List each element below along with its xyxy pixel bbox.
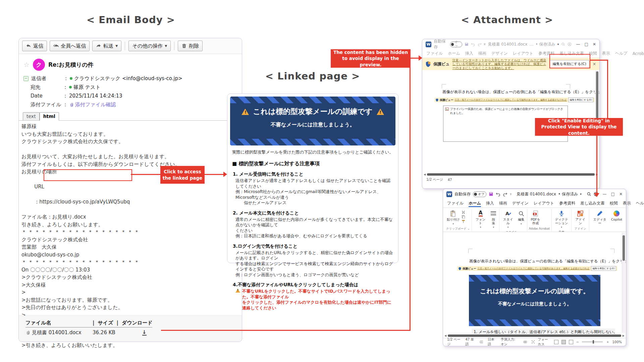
section-title: 3.ログイン先で気を付けること [233, 243, 394, 249]
redo-icon[interactable] [478, 42, 482, 47]
styles-icon: A [505, 210, 512, 217]
styles-button[interactable]: A スタイル ▾ [500, 209, 516, 230]
menu-item[interactable]: 差し込み文書 [580, 200, 605, 206]
menu-item[interactable]: レイアウト [534, 200, 554, 206]
attachment-table-header: ファイル名 | サイズ | ダウンロード [25, 319, 235, 326]
menu-item[interactable]: Acrobat [633, 51, 644, 56]
search-icon[interactable] [561, 42, 565, 47]
collapse-icon[interactable]: − [23, 76, 29, 81]
menu-item[interactable]: ファイル [426, 51, 443, 56]
redo-icon[interactable] [503, 192, 507, 196]
menu-item[interactable]: デザイン [491, 51, 508, 56]
horizontal-scrollbar[interactable]: ◀ ▶ [422, 172, 599, 177]
section-1: 1. メール受信時に気を付けること 送信者アドレスが通常と違うアドレスもしくは … [233, 171, 394, 206]
tab-text[interactable]: text [23, 112, 40, 120]
menu-item[interactable]: デザイン [512, 200, 529, 206]
menu-item[interactable]: 校閲 [610, 200, 618, 206]
reply-all-button[interactable]: 全員へ返信 [50, 41, 90, 51]
vertical-scrollbar[interactable] [622, 233, 625, 333]
section-line: 通常のメールに精密に似せた内容のメールが多くなってきています。本文に不審な点がな… [235, 217, 394, 228]
callout-enable-editing: Click "Enable Editing" in Protected View… [535, 118, 623, 136]
account-icon[interactable] [568, 42, 572, 47]
reply-button[interactable]: 返信 [22, 41, 47, 51]
forward-button[interactable]: 転送 ▼ [92, 41, 121, 51]
read-mode-icon[interactable] [554, 340, 558, 344]
ribbon-options-caret-icon[interactable]: ▿ [484, 43, 486, 46]
star-icon[interactable]: ☆ [23, 61, 30, 69]
paragraph-button[interactable]: 段落 ▾ [489, 209, 498, 230]
paste-button[interactable]: 貼り付け ▾ [445, 209, 461, 227]
autosave-toggle[interactable]: オフ [450, 42, 462, 47]
print-layout-icon[interactable] [561, 340, 566, 344]
connector-line [410, 67, 411, 331]
menu-item[interactable]: ファイル [447, 200, 464, 206]
focus-mode-button[interactable]: フォーカス [538, 337, 551, 347]
ribbon-group-voice: ディクテーション ▾ 音声 [552, 209, 572, 232]
close-button[interactable]: ✕ [619, 192, 623, 196]
shield-icon [436, 99, 438, 102]
url-text: https://cloud-sys-co.jp/aVyLWQ5ubq [39, 199, 130, 205]
menu-item[interactable]: 描画 [499, 200, 507, 206]
delete-button[interactable]: 削除 [178, 41, 203, 51]
menu-item[interactable]: レイアウト [513, 51, 533, 56]
menu-item[interactable]: ヘルプ [615, 51, 628, 56]
save-icon[interactable] [489, 192, 493, 196]
font-button[interactable]: A フォント ▾ [473, 209, 488, 230]
web-layout-icon[interactable] [569, 340, 573, 344]
menu-item[interactable]: 挿入 [465, 51, 473, 56]
close-button[interactable]: ✕ [593, 42, 596, 47]
section-line: メールに記載されたURLをクリックすると、精密に似せた偽ログインサイトの場合があ… [235, 250, 394, 261]
doc-protected-bar-image: 保護ビュー 注意—電子メールの添付ファイルはウイルスに感染している可能性がありま… [434, 98, 595, 102]
menu-item[interactable]: 挿入 [486, 200, 494, 206]
zoom-in-button[interactable]: ＋ [606, 340, 609, 344]
addins-button[interactable]: アドイン [573, 209, 588, 226]
maximize-button[interactable]: □ [611, 192, 615, 196]
file-name[interactable]: 見積書 014001.docx [32, 329, 89, 336]
scroll-thumb[interactable] [427, 173, 595, 176]
dismiss-bar-button[interactable]: × [593, 62, 596, 66]
menu-item[interactable]: 表示 [602, 51, 610, 56]
menu-item[interactable]: 描画 [478, 51, 486, 56]
attachment-check-link[interactable]: 添付ファイル確認 [69, 102, 116, 108]
scroll-thumb[interactable] [623, 235, 625, 261]
language-indicator[interactable]: 日本語 [488, 337, 496, 347]
menu-item[interactable]: ヘルプ [636, 200, 644, 206]
zoom-out-button[interactable]: − [576, 340, 579, 344]
scroll-thumb[interactable] [596, 71, 598, 118]
create-pdf-button[interactable]: PDFを作成 [528, 209, 543, 226]
download-button[interactable]: ↓ [142, 330, 147, 336]
editor-button[interactable]: エディター [590, 209, 609, 226]
more-actions-button[interactable]: その他の操作 ▼ [128, 41, 171, 51]
search-icon[interactable] [587, 192, 591, 196]
group-label: Adobe Acrobat [529, 227, 550, 230]
ribbon-options-caret-icon[interactable]: ▿ [510, 192, 512, 196]
clipboard-mini-buttons[interactable] [462, 209, 465, 223]
ribbon-label: アドイン [574, 218, 587, 225]
titlebar: 自動保存 オフ ▿ 見積書 014001.docx… • 保存済み▾ — □ ✕ [422, 39, 599, 49]
scroll-right-icon[interactable]: ▶ [623, 334, 625, 337]
menu-item[interactable]: 表示 [623, 200, 631, 206]
maximize-button[interactable]: □ [585, 42, 588, 47]
font-icon: A [479, 210, 483, 217]
copilot-button[interactable]: Copilot [610, 209, 624, 223]
autosave-toggle[interactable]: オフ [473, 191, 486, 197]
menu-item[interactable]: ホーム [448, 51, 460, 56]
tab-html[interactable]: html [40, 112, 59, 121]
editing-button[interactable]: 編集 ▾ [517, 209, 526, 227]
dictation-button[interactable]: ディクテーション ▾ [553, 209, 570, 230]
menu-item[interactable]: ホーム [469, 200, 481, 206]
scroll-left-icon[interactable]: ◀ [444, 334, 446, 337]
url-link[interactable]: ：https://cloud-sys-co.jp/aVyLWQ5ubq [34, 199, 130, 205]
zoom-level[interactable]: 100% [612, 340, 622, 344]
save-icon[interactable] [465, 42, 469, 47]
zoom-slider[interactable] [582, 342, 603, 342]
minimize-button[interactable]: — [603, 192, 607, 196]
minimize-button[interactable]: — [576, 42, 580, 47]
scroll-thumb[interactable] [448, 335, 621, 337]
menu-item[interactable]: 参考資料 [559, 200, 575, 206]
undo-icon[interactable] [471, 42, 475, 47]
section-line: 例：ログイン画面がいつもと違う、ロゴマークの画質が荒いなど [235, 272, 394, 278]
scroll-left-icon[interactable]: ◀ [424, 173, 426, 176]
ime-indicator[interactable]: 予測入力: オン [501, 337, 519, 347]
undo-icon[interactable] [496, 192, 500, 196]
